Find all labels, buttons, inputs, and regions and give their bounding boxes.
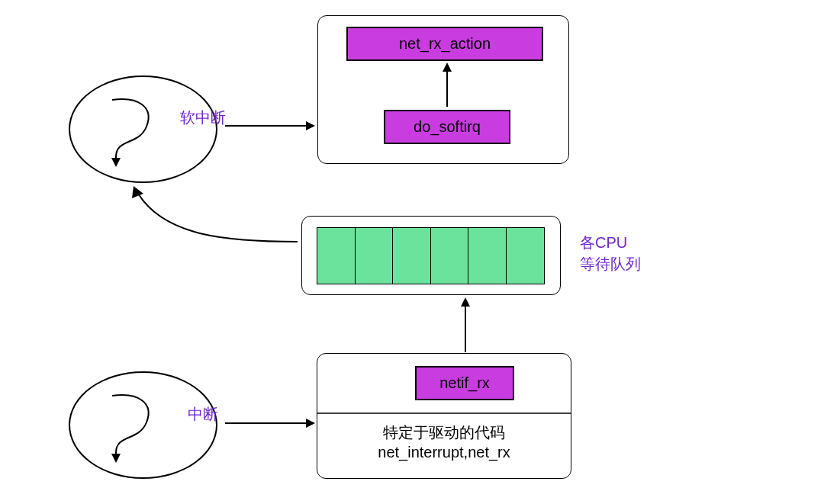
queue-label-line2: 等待队列 — [580, 254, 641, 274]
do-softirq-text: do_softirq — [414, 118, 481, 136]
irq-label: 中断 — [188, 404, 218, 425]
driver-text-line2: net_interrupt,net_rx — [317, 444, 571, 461]
netif-rx-text: netif_rx — [439, 374, 490, 392]
svg-marker-9 — [461, 297, 470, 307]
net-rx-action-node: net_rx_action — [346, 27, 543, 61]
arrow-netifrx-to-queue — [454, 296, 477, 355]
queue-slot — [506, 227, 545, 284]
svg-marker-4 — [306, 121, 315, 130]
driver-text-line1: 特定于驱动的代码 — [317, 422, 571, 443]
svg-marker-0 — [111, 158, 121, 167]
irq-ellipse — [69, 371, 217, 479]
arrow-queue-to-softirq-ellipse — [118, 177, 309, 253]
do-softirq-node: do_softirq — [384, 110, 510, 144]
queue-slot — [392, 227, 431, 284]
softirq-ellipse — [69, 75, 217, 183]
queue-slot — [430, 227, 469, 284]
arrow-ellipse-to-irq — [221, 408, 320, 438]
arrow-ellipse-to-softirq — [221, 111, 320, 141]
queue-label-line1: 各CPU — [580, 233, 627, 253]
queue-slot — [355, 227, 394, 284]
svg-marker-11 — [306, 419, 315, 428]
svg-marker-5 — [132, 186, 143, 198]
queue-slot — [468, 227, 507, 284]
net-rx-action-text: net_rx_action — [399, 35, 491, 53]
svg-marker-6 — [111, 454, 121, 463]
netif-rx-node: netif_rx — [415, 366, 514, 400]
softirq-label: 软中断 — [180, 108, 226, 128]
queue-slot — [317, 227, 356, 284]
percpu-queue — [317, 227, 545, 284]
